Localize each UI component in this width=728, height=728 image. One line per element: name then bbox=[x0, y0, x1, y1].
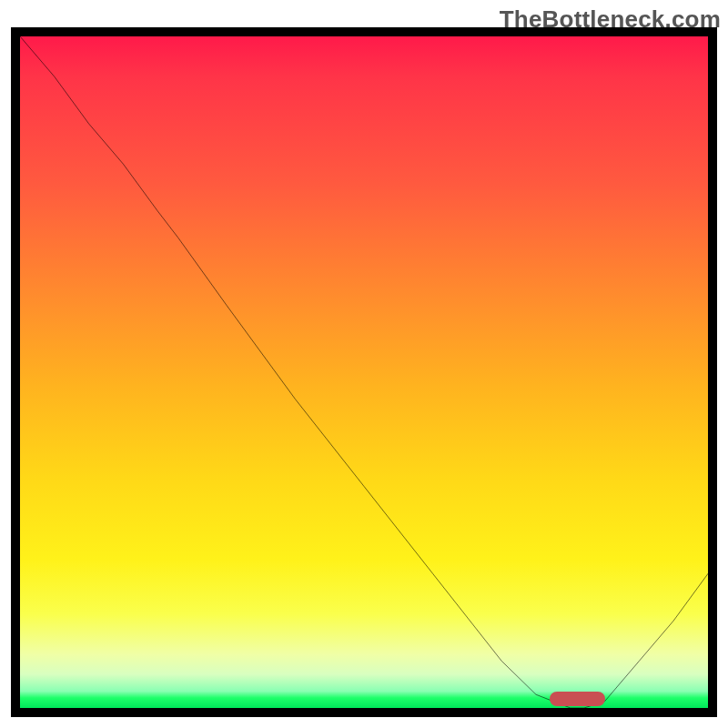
plot-frame bbox=[11, 27, 717, 717]
chart-container: TheBottleneck.com bbox=[0, 0, 728, 728]
bottleneck-curve bbox=[20, 36, 708, 708]
watermark-text: TheBottleneck.com bbox=[500, 5, 721, 34]
optimum-range-marker bbox=[550, 692, 604, 706]
plot-gradient-background bbox=[20, 36, 708, 708]
